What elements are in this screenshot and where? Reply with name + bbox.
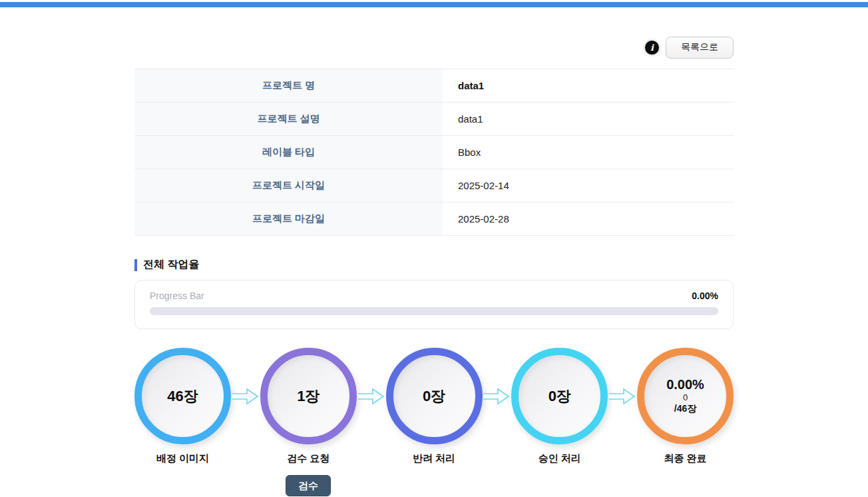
page-content: i 목록으로 프로젝트 명 data1 프로젝트 설명 data1 레이블 타입… — [134, 0, 734, 496]
table-row: 프로젝트 설명 data1 — [134, 103, 734, 136]
table-row: 프로젝트 명 data1 — [134, 69, 734, 103]
stage-review-requested: 1장 검수 요청 — [260, 348, 357, 465]
label-type-value: Bbox — [443, 136, 734, 169]
flow-arrow-icon — [609, 388, 636, 405]
stage-assigned-images: 46장 배정 이미지 — [134, 348, 231, 465]
assigned-images-count: 46장 — [167, 386, 198, 406]
workflow-row: 46장 배정 이미지 1장 검수 요청 0장 반려 처리 — [134, 348, 734, 465]
assigned-images-circle: 46장 — [134, 348, 231, 444]
table-row: 레이블 타입 Bbox — [134, 136, 734, 169]
progress-card: Progress Bar 0.00% — [134, 280, 734, 329]
progress-bar-label: Progress Bar — [150, 290, 204, 301]
title-accent-bar — [134, 259, 137, 271]
stage-final-complete: 0.00% 0 /46장 최종 완료 — [637, 348, 734, 465]
section-title-text: 전체 작업율 — [143, 258, 199, 272]
final-complete-circle: 0.00% 0 /46장 — [637, 348, 734, 444]
workflow-stages: 46장 배정 이미지 1장 검수 요청 0장 반려 처리 — [134, 348, 734, 496]
project-description-label: 프로젝트 설명 — [134, 103, 443, 136]
stage-approved: 0장 승인 처리 — [511, 348, 608, 465]
review-requested-count: 1장 — [297, 386, 320, 406]
rejected-label: 반려 처리 — [413, 452, 455, 465]
final-complete-label: 최종 완료 — [664, 452, 706, 465]
project-name-label: 프로젝트 명 — [134, 69, 443, 103]
overall-progress-section-title: 전체 작업율 — [134, 258, 734, 272]
stage-rejected: 0장 반려 처리 — [386, 348, 483, 465]
final-complete-denominator: /46장 — [674, 403, 696, 415]
final-complete-numerator: 0 — [683, 392, 688, 403]
progress-header: Progress Bar 0.00% — [150, 290, 718, 301]
rejected-count: 0장 — [423, 386, 445, 406]
review-requested-circle: 1장 — [260, 348, 357, 444]
project-description-value: data1 — [443, 103, 734, 136]
header-actions: i 목록으로 — [134, 37, 734, 58]
table-row: 프로젝트 마감일 2025-02-28 — [134, 203, 734, 236]
review-requested-label: 검수 요청 — [287, 452, 329, 465]
inspect-button[interactable]: 검수 — [286, 475, 331, 496]
assigned-images-label: 배정 이미지 — [156, 452, 209, 465]
back-to-list-button[interactable]: 목록으로 — [666, 37, 734, 59]
project-name-value: data1 — [443, 69, 734, 103]
project-deadline-value: 2025-02-28 — [443, 203, 734, 236]
project-start-date-label: 프로젝트 시작일 — [134, 169, 443, 203]
progress-percent-value: 0.00% — [692, 290, 718, 301]
table-row: 프로젝트 시작일 2025-02-14 — [134, 169, 734, 203]
approved-label: 승인 처리 — [539, 452, 581, 465]
final-complete-percent: 0.00% — [666, 377, 704, 392]
flow-arrow-icon — [358, 388, 385, 405]
project-deadline-label: 프로젝트 마감일 — [134, 203, 443, 236]
flow-arrow-icon — [232, 388, 259, 405]
project-info-table: 프로젝트 명 data1 프로젝트 설명 data1 레이블 타입 Bbox 프… — [134, 69, 734, 236]
approved-count: 0장 — [548, 386, 571, 406]
info-icon[interactable]: i — [645, 41, 659, 55]
approved-circle: 0장 — [511, 348, 608, 444]
label-type-label: 레이블 타입 — [134, 136, 443, 169]
flow-arrow-icon — [483, 388, 510, 405]
progress-bar-track — [150, 307, 718, 315]
rejected-circle: 0장 — [386, 348, 483, 444]
project-start-date-value: 2025-02-14 — [443, 169, 734, 203]
